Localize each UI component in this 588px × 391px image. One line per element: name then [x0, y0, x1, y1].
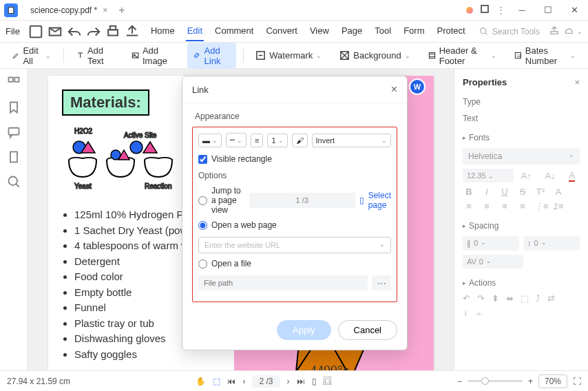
- attachments-icon[interactable]: [7, 150, 21, 164]
- watermark-button[interactable]: Watermark⌄: [250, 47, 327, 63]
- first-page-icon[interactable]: ⏮: [227, 377, 235, 386]
- save-icon[interactable]: [28, 24, 43, 39]
- expand-icon[interactable]: ⌄: [577, 28, 582, 35]
- last-page-icon[interactable]: ⏭: [297, 377, 305, 386]
- align-v-icon[interactable]: ⫞: [463, 308, 468, 318]
- tab-home[interactable]: Home: [149, 21, 176, 41]
- word-export-icon[interactable]: W: [409, 78, 426, 95]
- minimize-button[interactable]: ─: [512, 2, 532, 19]
- single-page-icon[interactable]: ▯: [312, 377, 317, 386]
- cancel-button[interactable]: Cancel: [338, 320, 397, 340]
- highlight-select[interactable]: Invert⌄: [312, 134, 391, 147]
- flip-v-icon[interactable]: ⬌: [506, 293, 514, 304]
- zoom-slider[interactable]: [468, 380, 523, 382]
- crop-icon[interactable]: ⬚: [521, 293, 529, 304]
- para-spacing-select[interactable]: ↕ 0 ⌄: [523, 236, 580, 251]
- open-file-radio[interactable]: [198, 260, 207, 268]
- add-text-button[interactable]: Add Text: [71, 43, 119, 69]
- rotate-left-icon[interactable]: ↶: [463, 293, 470, 304]
- file-menu[interactable]: File: [6, 26, 20, 36]
- flip-h-icon[interactable]: ⬍: [492, 293, 499, 304]
- cloud-icon[interactable]: [563, 25, 573, 37]
- font-size-select[interactable]: 12.35 ⌄: [463, 169, 514, 182]
- page-input[interactable]: 2 /3: [252, 375, 280, 388]
- bookmarks-icon[interactable]: [7, 101, 21, 114]
- continuous-page-icon[interactable]: ⿴: [324, 377, 332, 386]
- decrease-font-icon[interactable]: A↓: [545, 171, 555, 181]
- extract-icon[interactable]: ⤴: [536, 293, 540, 304]
- thickness-icon[interactable]: ≡: [251, 134, 263, 147]
- tab-convert[interactable]: Convert: [264, 21, 299, 41]
- align-left-icon[interactable]: ≡: [463, 201, 475, 211]
- edit-all-button[interactable]: Edit All⌄: [7, 43, 56, 69]
- zoom-out-icon[interactable]: −: [457, 377, 462, 386]
- kebab-icon[interactable]: ⋮: [496, 5, 505, 15]
- list-numbered-icon[interactable]: 1≡: [552, 201, 565, 211]
- close-tab-icon[interactable]: ×: [103, 6, 107, 15]
- italic-icon[interactable]: I: [481, 187, 493, 197]
- bates-number-button[interactable]: 12 Bates Number⌄: [509, 43, 581, 69]
- line-style-select[interactable]: ▬ ⌄: [198, 134, 222, 147]
- align-justify-icon[interactable]: ≡: [516, 201, 529, 211]
- bold-icon[interactable]: B: [463, 187, 475, 197]
- jump-page-radio[interactable]: [198, 196, 207, 205]
- add-link-button[interactable]: Add Link: [187, 43, 235, 69]
- subscript-icon[interactable]: A: [552, 187, 565, 197]
- close-dialog-icon[interactable]: ×: [391, 83, 397, 96]
- align-h-icon[interactable]: ⫠: [474, 308, 483, 318]
- mail-icon[interactable]: [48, 24, 63, 39]
- open-web-radio[interactable]: [198, 221, 207, 230]
- select-tool-icon[interactable]: ⬚: [213, 377, 220, 386]
- rotate-right-icon[interactable]: ↷: [477, 293, 485, 304]
- undo-icon[interactable]: [67, 24, 82, 39]
- select-page-icon[interactable]: ▯: [359, 196, 364, 205]
- zoom-select[interactable]: 70%: [538, 374, 567, 388]
- font-family-select[interactable]: Helvetica⌄: [463, 148, 580, 165]
- background-button[interactable]: Background⌄: [334, 47, 415, 63]
- select-page-link[interactable]: Select page: [368, 191, 391, 210]
- char-spacing-select[interactable]: AV 0 ⌄: [463, 255, 523, 268]
- underline-icon[interactable]: U: [498, 187, 511, 197]
- align-center-icon[interactable]: ≡: [481, 201, 493, 211]
- search-panel-icon[interactable]: [7, 175, 21, 189]
- tab-protect[interactable]: Protect: [435, 21, 466, 41]
- file-path-input[interactable]: [198, 275, 368, 290]
- document-tab[interactable]: science-copy.pdf * ×: [23, 3, 114, 18]
- align-right-icon[interactable]: ≡: [498, 201, 511, 211]
- link-color-icon[interactable]: 🖌: [292, 134, 308, 147]
- close-window-button[interactable]: ✕: [565, 2, 584, 19]
- font-color-icon[interactable]: A: [569, 170, 575, 182]
- zoom-in-icon[interactable]: +: [528, 377, 533, 386]
- browse-file-button[interactable]: ⋯: [372, 275, 391, 290]
- maximize-button[interactable]: ☐: [538, 2, 558, 19]
- replace-icon[interactable]: ⇄: [547, 293, 555, 304]
- tab-edit[interactable]: Edit: [186, 21, 204, 41]
- next-page-icon[interactable]: ›: [287, 377, 290, 386]
- visible-rectangle-checkbox[interactable]: Visible rectangle: [198, 154, 391, 164]
- url-input[interactable]: Enter the website URL⌄: [198, 237, 391, 253]
- line-spacing-select[interactable]: ‖ 0 ⌄: [463, 236, 519, 251]
- dash-style-select[interactable]: ┉ ⌄: [226, 133, 246, 147]
- user-avatar-icon[interactable]: [466, 7, 473, 14]
- apply-button[interactable]: Apply: [277, 320, 331, 340]
- window-icon[interactable]: [480, 4, 490, 16]
- header-footer-button[interactable]: Header & Footer⌄: [423, 43, 502, 69]
- fit-page-icon[interactable]: ⛶: [573, 377, 581, 386]
- close-properties-icon[interactable]: ×: [574, 77, 580, 87]
- increase-font-icon[interactable]: A↑: [521, 171, 531, 181]
- visible-rect-input[interactable]: [198, 155, 207, 164]
- thumbnails-icon[interactable]: [7, 76, 21, 89]
- tab-form[interactable]: Form: [402, 21, 426, 41]
- add-tab-button[interactable]: +: [118, 4, 125, 17]
- redo-icon[interactable]: [86, 24, 101, 39]
- comments-icon[interactable]: [7, 125, 21, 139]
- add-image-button[interactable]: Add Image: [126, 43, 181, 69]
- tab-view[interactable]: View: [308, 21, 330, 41]
- tab-comment[interactable]: Comment: [213, 21, 255, 41]
- list-bullets-icon[interactable]: ⋮≡: [534, 201, 547, 211]
- line-width-select[interactable]: 1 ⌄: [267, 134, 287, 147]
- search-tools[interactable]: Search Tools ⌄: [479, 25, 582, 37]
- print-icon[interactable]: [105, 24, 120, 39]
- export-icon[interactable]: [549, 25, 559, 37]
- strikethrough-icon[interactable]: S: [516, 187, 529, 197]
